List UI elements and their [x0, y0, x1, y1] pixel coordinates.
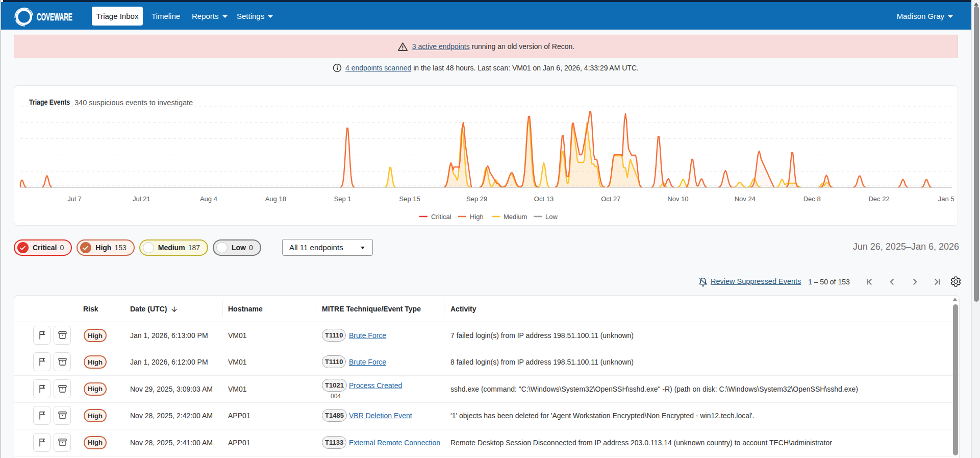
- svg-text:Dec 8: Dec 8: [803, 195, 821, 203]
- svg-text:Aug 18: Aug 18: [265, 195, 286, 203]
- svg-text:Oct 27: Oct 27: [601, 195, 620, 203]
- svg-text:Aug 4: Aug 4: [200, 195, 217, 203]
- svg-text:Critical: Critical: [431, 213, 451, 221]
- svg-text:High: High: [470, 213, 484, 221]
- svg-text:Jan 5: Jan 5: [938, 195, 954, 203]
- svg-text:Dec 22: Dec 22: [868, 195, 889, 203]
- svg-text:Medium: Medium: [504, 213, 527, 221]
- svg-text:Oct 13: Oct 13: [534, 195, 554, 203]
- svg-text:Jul 21: Jul 21: [133, 195, 150, 203]
- svg-text:Sep 15: Sep 15: [399, 195, 420, 203]
- svg-text:Sep 29: Sep 29: [466, 195, 487, 203]
- svg-text:Low: Low: [545, 213, 558, 221]
- svg-text:Jul 7: Jul 7: [67, 195, 81, 203]
- svg-text:Nov 10: Nov 10: [667, 195, 688, 203]
- svg-text:Sep 1: Sep 1: [334, 195, 351, 203]
- svg-text:Nov 24: Nov 24: [735, 195, 756, 203]
